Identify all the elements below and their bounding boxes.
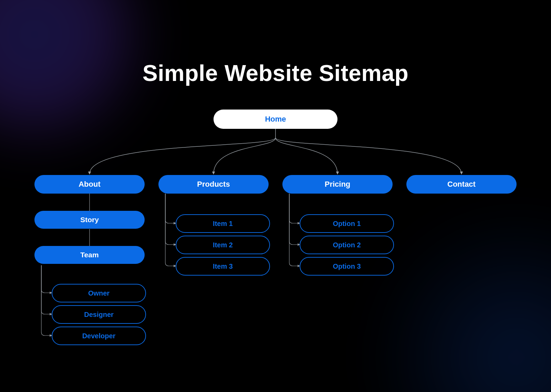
node-team: Team	[34, 246, 145, 264]
node-designer: Designer	[52, 305, 146, 324]
node-owner: Owner	[52, 284, 146, 302]
node-option-3: Option 3	[300, 257, 394, 276]
node-contact: Contact	[406, 175, 517, 194]
node-item-3: Item 3	[176, 257, 270, 276]
node-products: Products	[158, 175, 269, 194]
node-item-1: Item 1	[176, 214, 270, 233]
node-item-2: Item 2	[176, 236, 270, 254]
node-option-2: Option 2	[300, 236, 394, 254]
node-pricing: Pricing	[282, 175, 393, 194]
page-title: Simple Website Sitemap	[0, 60, 551, 86]
node-option-1: Option 1	[300, 214, 394, 233]
node-home: Home	[214, 110, 337, 129]
node-about: About	[34, 175, 145, 194]
node-story: Story	[34, 211, 145, 229]
node-developer: Developer	[52, 327, 146, 345]
